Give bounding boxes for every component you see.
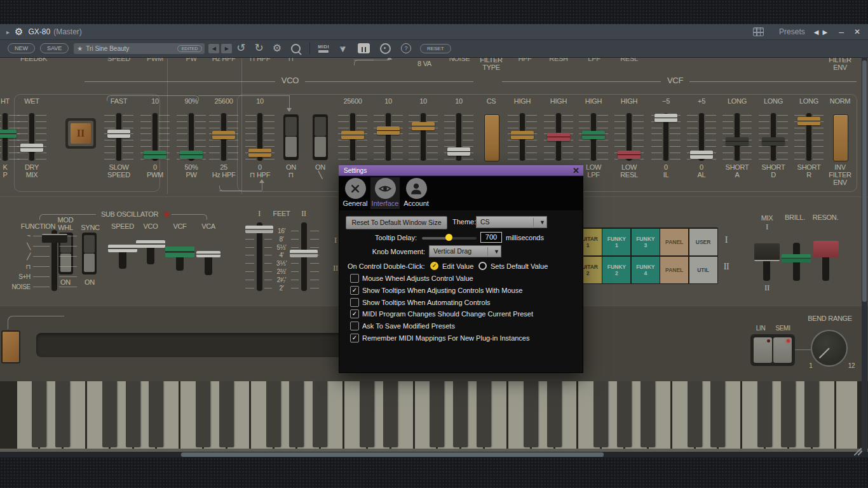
dialog-titlebar[interactable]: Settings ✕	[339, 165, 583, 176]
plugin-title-suffix: (Master)	[53, 27, 82, 36]
dialog-body: Reset To Default Window Size Theme: CS ▼…	[339, 210, 583, 373]
minimize-button[interactable]: –	[839, 27, 844, 37]
sets-default-radio[interactable]	[478, 262, 487, 270]
double-click-label: On Control Double-Click:	[348, 262, 425, 270]
reset-window-size-button[interactable]: Reset To Default Window Size	[346, 216, 447, 229]
close-button[interactable]: ✕	[854, 27, 860, 36]
checkbox-checked[interactable]: ✓	[350, 286, 359, 295]
tab-account[interactable]: Account	[402, 177, 431, 209]
dialog-title: Settings	[344, 167, 367, 174]
tab-general-label: General	[341, 200, 370, 207]
checkbox-label: Ask To Save Modified Presets	[362, 322, 455, 330]
fl-top-texture	[0, 0, 868, 24]
tooltip-delay-input[interactable]: 700	[480, 232, 502, 243]
preset-next-button[interactable]: ▶	[822, 29, 827, 36]
tooltip-delay-slider-thumb[interactable]	[445, 234, 452, 241]
checkbox-unchecked[interactable]	[350, 322, 359, 330]
checkbox-label: Remember MIDI Mappings For New Plug-in I…	[362, 334, 529, 342]
resize-grip[interactable]	[851, 445, 864, 456]
knob-movement-label: Knob Movement:	[346, 248, 425, 255]
tooltip-delay-label: Tooltip Delay:	[346, 234, 417, 241]
eye-icon	[375, 178, 396, 199]
tab-account-label: Account	[402, 200, 431, 207]
plugin-title: GX-80	[28, 27, 50, 36]
theme-dropdown[interactable]: CS ▼	[476, 216, 547, 228]
grid-icon[interactable]	[753, 27, 764, 36]
checkbox-label: Show Tooltips When Automating Controls	[362, 299, 491, 306]
person-icon	[406, 178, 427, 199]
dialog-close-icon[interactable]: ✕	[573, 166, 580, 176]
expand-arrow-icon[interactable]: ▸	[6, 29, 10, 36]
checkbox-checked[interactable]: ✓	[350, 309, 359, 318]
chevron-down-icon: ▼	[494, 247, 499, 257]
screen: { "fl": { "expand_arrow": "▸", "title": …	[0, 0, 868, 488]
tools-icon	[345, 178, 366, 199]
edit-value-label: Edit Value	[442, 262, 473, 270]
edit-value-radio[interactable]: ✓	[430, 262, 438, 270]
sets-default-label: Sets Default Value	[491, 262, 548, 270]
presets-label[interactable]: Presets	[779, 27, 805, 36]
settings-dialog: Settings ✕ General Interface Account Res…	[339, 165, 583, 373]
theme-label: Theme:	[452, 218, 476, 226]
checkbox-label: Mouse Wheel Adjusts Control Value	[362, 274, 473, 282]
preset-prev-button[interactable]: ◀	[814, 29, 819, 36]
checkbox-unchecked[interactable]	[350, 298, 359, 307]
vertical-scroll-thumb[interactable]	[862, 60, 867, 302]
knob-movement-dropdown[interactable]: Vertical Drag ▼	[429, 245, 501, 257]
chevron-down-icon: ▼	[539, 217, 545, 228]
horizontal-scroll-thumb[interactable]	[181, 452, 604, 457]
tab-interface[interactable]: Interface	[370, 177, 400, 209]
fl-bottom-texture	[0, 458, 868, 488]
checkbox-checked[interactable]: ✓	[350, 334, 359, 342]
tab-interface-label: Interface	[370, 200, 400, 207]
fl-titlebar: ▸ ⚙ GX-80 (Master) Presets ◀ ▶ – ✕	[0, 24, 868, 40]
checkbox-unchecked[interactable]	[350, 274, 359, 283]
checkbox-label: MIDI Program Changes Should Change Curre…	[362, 310, 533, 318]
gear-icon[interactable]: ⚙	[15, 26, 23, 37]
tab-general[interactable]: General	[341, 177, 370, 209]
checkbox-label: Show Tooltips When Adjusting Controls Wi…	[362, 287, 522, 294]
milliseconds-label: milliseconds	[506, 234, 544, 241]
dialog-tabbar: General Interface Account	[339, 176, 583, 210]
